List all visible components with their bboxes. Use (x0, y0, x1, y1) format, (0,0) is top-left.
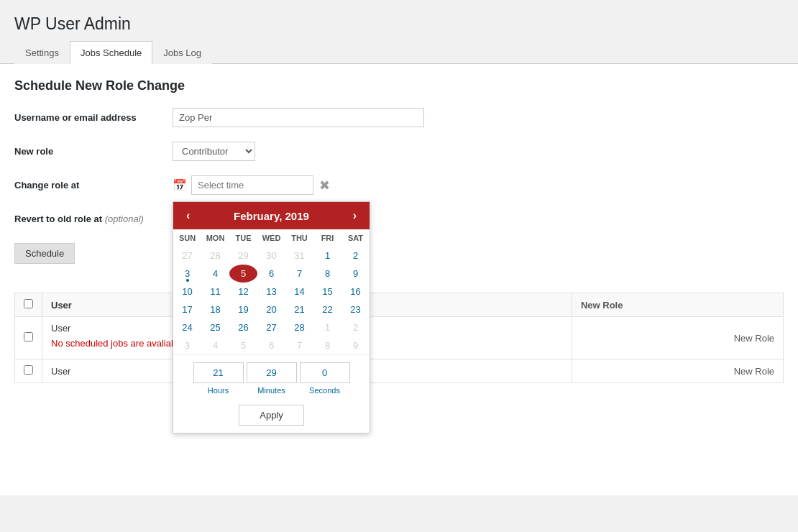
calendar-day[interactable]: 14 (285, 283, 313, 301)
calendar-day[interactable]: 22 (313, 301, 341, 318)
tab-jobs-schedule[interactable]: Jobs Schedule (70, 41, 152, 64)
calendar-day[interactable]: 15 (313, 283, 341, 301)
clear-datetime-button[interactable]: ✖ (318, 178, 331, 193)
table-row: User No scheduled jobs are avaliable New… (15, 317, 784, 359)
weekday-wed: WED (257, 229, 285, 247)
schedule-button[interactable]: Schedule (14, 243, 75, 264)
calendar-day[interactable]: 24 (173, 318, 201, 336)
weekday-sun: SUN (173, 229, 201, 247)
calendar-day[interactable]: 19 (229, 301, 257, 318)
username-input[interactable] (173, 108, 424, 127)
row1-new-role: New Role (572, 317, 783, 359)
calendar-grid: SUN MON TUE WED THU FRI SAT 272829303112… (173, 229, 370, 354)
calendar-day[interactable]: 23 (341, 301, 370, 318)
calendar-day[interactable]: 9 (341, 265, 370, 283)
row2-select[interactable] (24, 365, 33, 375)
username-label: Username or email address (14, 112, 173, 123)
seconds-label: Seconds (309, 386, 340, 395)
tab-jobs-log[interactable]: Jobs Log (152, 41, 212, 64)
calendar-week-row: 3456789 (173, 336, 370, 354)
weekday-sat: SAT (341, 229, 370, 247)
calendar-day[interactable]: 11 (201, 283, 229, 301)
calendar-day[interactable]: 7 (285, 265, 313, 283)
calendar-week-row: 3456789 (173, 265, 370, 283)
next-month-button[interactable]: › (350, 209, 359, 222)
calendar-week-row: 272829303112 (173, 247, 370, 265)
calendar-day[interactable]: 7 (285, 336, 313, 354)
minutes-label: Minutes (257, 386, 285, 395)
calendar-day[interactable]: 9 (341, 336, 370, 354)
seconds-unit: Seconds (300, 362, 350, 395)
row2-new-role: New Role (572, 359, 783, 383)
datetime-field: 📅 ✖ ‹ February, 2019 › SUN MON (173, 175, 331, 195)
calendar-day[interactable]: 28 (285, 318, 313, 336)
calendar-day[interactable]: 1 (313, 247, 341, 265)
tab-settings[interactable]: Settings (14, 41, 70, 64)
calendar-week-row: 17181920212223 (173, 301, 370, 318)
month-year-label: February, 2019 (234, 210, 309, 222)
calendar-day[interactable]: 5 (229, 336, 257, 354)
minutes-unit: Minutes (247, 362, 297, 395)
calendar-day[interactable]: 8 (313, 265, 341, 283)
calendar-day[interactable]: 5 (229, 265, 257, 283)
calendar-day[interactable]: 3 (173, 265, 201, 283)
calendar-day[interactable]: 6 (257, 265, 285, 283)
calendar-day[interactable]: 1 (313, 318, 341, 336)
weekday-mon: MON (201, 229, 229, 247)
calendar-day[interactable]: 27 (257, 318, 285, 336)
weekday-thu: THU (285, 229, 313, 247)
calendar-icon: 📅 (173, 178, 187, 192)
calendar-day[interactable]: 25 (201, 318, 229, 336)
calendar-day[interactable]: 27 (173, 247, 201, 265)
calendar-header: ‹ February, 2019 › (173, 202, 370, 229)
new-role-row: New role Contributor Administrator Edito… (14, 142, 784, 161)
change-role-label: Change role at (14, 175, 173, 191)
calendar-day[interactable]: 6 (257, 336, 285, 354)
weekday-tue: TUE (229, 229, 257, 247)
revert-row: Revert to old role at (optional) 📅 ✖ (14, 209, 784, 229)
calendar-day[interactable]: 13 (257, 283, 285, 301)
calendar-day[interactable]: 16 (341, 283, 370, 301)
tab-bar: Settings Jobs Schedule Jobs Log (0, 41, 798, 64)
calendar-day[interactable]: 2 (341, 247, 370, 265)
calendar-day[interactable]: 17 (173, 301, 201, 318)
seconds-input[interactable] (300, 362, 350, 383)
minutes-input[interactable] (247, 362, 297, 383)
calendar-day[interactable]: 12 (229, 283, 257, 301)
calendar-day[interactable]: 26 (229, 318, 257, 336)
weekday-fri: FRI (313, 229, 341, 247)
prev-month-button[interactable]: ‹ (183, 209, 193, 222)
row2-checkbox (15, 359, 42, 383)
datetime-input[interactable] (191, 175, 313, 195)
calendar-popup: ‹ February, 2019 › SUN MON TUE WED THU F… (173, 201, 370, 434)
apply-button[interactable]: Apply (239, 405, 304, 426)
select-all-checkbox[interactable] (24, 299, 33, 308)
username-row: Username or email address (14, 108, 784, 127)
scheduled-jobs-table: User New Role User No scheduled jobs are… (14, 293, 784, 383)
role-select[interactable]: Contributor Administrator Editor Author … (173, 142, 255, 161)
col-new-role: New Role (572, 293, 783, 317)
section-title: Schedule New Role Change (14, 78, 784, 93)
calendar-day[interactable]: 31 (285, 247, 313, 265)
calendar-day[interactable]: 3 (173, 336, 201, 354)
calendar-day[interactable]: 18 (201, 301, 229, 318)
revert-label: Revert to old role at (optional) (14, 214, 173, 224)
calendar-day[interactable]: 30 (257, 247, 285, 265)
apply-section: Apply (173, 398, 370, 433)
hours-input[interactable] (193, 362, 244, 383)
calendar-day[interactable]: 21 (285, 301, 313, 318)
calendar-day[interactable]: 4 (201, 265, 229, 283)
weekday-header-row: SUN MON TUE WED THU FRI SAT (173, 229, 370, 247)
row1-select[interactable] (24, 332, 33, 341)
table-row: User New Role (15, 359, 784, 383)
calendar-day[interactable]: 29 (229, 247, 257, 265)
calendar-week-row: 10111213141516 (173, 283, 370, 301)
calendar-day[interactable]: 8 (313, 336, 341, 354)
table-header-row: User New Role (15, 293, 784, 317)
row1-checkbox (15, 317, 42, 359)
calendar-day[interactable]: 4 (201, 336, 229, 354)
calendar-day[interactable]: 10 (173, 283, 201, 301)
calendar-day[interactable]: 28 (201, 247, 229, 265)
calendar-day[interactable]: 2 (341, 318, 370, 336)
calendar-day[interactable]: 20 (257, 301, 285, 318)
